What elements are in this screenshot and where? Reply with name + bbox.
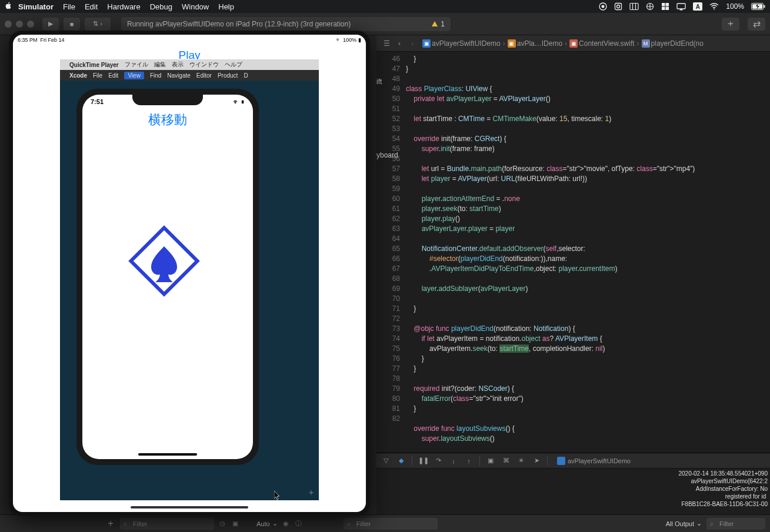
view-debug-icon[interactable]: ▣ bbox=[486, 457, 495, 464]
menubar-debug[interactable]: Debug bbox=[150, 2, 172, 11]
menubar-app-name[interactable]: Simulator bbox=[18, 2, 54, 11]
svg-point-13 bbox=[714, 9, 715, 10]
navigator-peek-1: ift bbox=[376, 78, 382, 86]
all-output-dropdown[interactable]: All Output ⌄ bbox=[666, 520, 702, 527]
activity-status: Running avPlayerSwiftUIDemo on iPad Pro … bbox=[121, 17, 451, 31]
scheme-selector[interactable]: ⇅ › bbox=[85, 18, 111, 31]
menubar-hardware[interactable]: Hardware bbox=[107, 2, 140, 11]
ipad-screen[interactable]: 6:35 PM Fri Feb 14 ᯤ 100% ▮ Play QuickTi… bbox=[13, 35, 366, 512]
iphone-notch bbox=[132, 95, 203, 105]
svg-rect-8 bbox=[662, 3, 665, 6]
navigator-peek-2: yboard bbox=[376, 151, 398, 159]
ipad-home-indicator bbox=[131, 506, 248, 508]
nav-forward-icon[interactable]: › bbox=[407, 39, 418, 48]
target-app-icon bbox=[557, 457, 565, 465]
menubar-edit[interactable]: Edit bbox=[85, 2, 98, 11]
battery-percent: 100% bbox=[726, 2, 744, 11]
quicktime-menubar: QuickTime Player ファイル 編集 表示 ウインドウ ヘルプ bbox=[60, 59, 319, 70]
step-out-icon[interactable]: ↑ bbox=[464, 457, 474, 464]
env-overrides-icon[interactable]: ☀ bbox=[516, 457, 526, 464]
svg-rect-12 bbox=[677, 4, 685, 9]
inner-plus-icon: ＋ bbox=[307, 487, 315, 498]
hide-debug-icon[interactable]: ▽ bbox=[381, 457, 391, 464]
related-items-icon[interactable]: ☰ bbox=[381, 39, 392, 48]
pause-icon[interactable]: ❚❚ bbox=[418, 457, 428, 464]
scm-filter-icon[interactable]: ▣ bbox=[231, 520, 240, 527]
bottom-filter-bar: ＋ ⌕ Filter ◷ ▣ Auto ⌄ ◉ ⓘ ⌕ Filter All O… bbox=[0, 514, 770, 532]
wifi-icon[interactable] bbox=[709, 3, 719, 10]
code-content[interactable]: }} class PlayerClass: UIView { private l… bbox=[406, 52, 770, 453]
svg-rect-9 bbox=[666, 3, 669, 6]
debug-target[interactable]: avPlayerSwiftUIDemo bbox=[557, 457, 631, 465]
svg-rect-4 bbox=[630, 4, 638, 10]
nav-back-icon[interactable]: ‹ bbox=[394, 39, 405, 48]
status-icon-2[interactable] bbox=[629, 2, 639, 11]
filter-search-icon: ⌕ bbox=[347, 520, 351, 527]
swift-file-icon: ▣ bbox=[569, 39, 578, 48]
menubar-help[interactable]: Help bbox=[218, 2, 234, 11]
simulator-window[interactable]: 6:35 PM Fri Feb 14 ᯤ 100% ▮ Play QuickTi… bbox=[9, 31, 370, 516]
editor-nav: ☰ ‹ › bbox=[381, 39, 418, 48]
filter-search-icon: ⌕ bbox=[124, 520, 127, 527]
menubar-file[interactable]: File bbox=[63, 2, 75, 11]
code-review-button[interactable]: ⇄ bbox=[748, 18, 765, 31]
spade-diamond-graphic bbox=[123, 220, 205, 305]
eye-icon[interactable]: ◉ bbox=[281, 520, 291, 527]
activity-text: Running avPlayerSwiftUIDemo on iPad Pro … bbox=[127, 20, 351, 28]
wifi-icon: ᯤ bbox=[336, 37, 341, 43]
screenrecord-icon[interactable] bbox=[599, 2, 607, 11]
ipad-status-bar: 6:35 PM Fri Feb 14 ᯤ 100% ▮ bbox=[13, 35, 366, 45]
folder-icon: ▣ bbox=[508, 39, 516, 48]
breakpoints-icon[interactable]: ◆ bbox=[396, 457, 406, 464]
memory-graph-icon[interactable]: ⌘ bbox=[501, 457, 511, 464]
apple-menu-icon[interactable] bbox=[5, 2, 12, 11]
filter-search-icon: ⌕ bbox=[710, 520, 714, 527]
svg-rect-2 bbox=[615, 4, 622, 10]
editor-tab-bar: ☰ ‹ › ▣ avPlayerSwiftUIDemo › ▣ avPla…ID… bbox=[376, 35, 770, 52]
info-icon[interactable]: ⓘ bbox=[294, 519, 304, 528]
status-icon-3[interactable] bbox=[646, 2, 654, 11]
svg-point-3 bbox=[617, 5, 620, 8]
status-icon-1[interactable] bbox=[614, 2, 622, 11]
console-filter-input[interactable]: ⌕ Filter bbox=[706, 518, 765, 530]
battery-icon[interactable] bbox=[751, 3, 765, 10]
airplay-icon[interactable] bbox=[676, 3, 686, 11]
window-traffic-lights[interactable] bbox=[5, 21, 34, 28]
line-gutter: 4647484950515253545556575859606162636465… bbox=[376, 52, 406, 453]
svg-point-1 bbox=[602, 5, 605, 8]
library-button[interactable]: ＋ bbox=[722, 18, 739, 31]
status-icon-4[interactable] bbox=[661, 2, 669, 11]
add-filter-button[interactable]: ＋ bbox=[105, 517, 116, 530]
navigator-filter-input[interactable]: ⌕ Filter bbox=[120, 518, 214, 530]
svg-rect-15 bbox=[764, 5, 765, 8]
variables-filter-input[interactable]: ⌕ Filter bbox=[344, 518, 438, 530]
code-editor[interactable]: 4647484950515253545556575859606162636465… bbox=[376, 52, 770, 453]
recent-filter-icon[interactable]: ◷ bbox=[218, 520, 227, 527]
location-icon[interactable]: ➤ bbox=[532, 457, 541, 464]
menubar-right-icons: A 100% bbox=[599, 2, 765, 11]
step-over-icon[interactable]: ↷ bbox=[434, 457, 443, 464]
iphone-home-indicator bbox=[138, 453, 197, 456]
inner-xcode-menubar: Xcode File Edit View Find Navigate Edito… bbox=[60, 70, 319, 81]
menubar-window[interactable]: Window bbox=[182, 2, 209, 11]
step-into-icon[interactable]: ↓ bbox=[449, 457, 458, 464]
video-player-view[interactable]: QuickTime Player ファイル 編集 表示 ウインドウ ヘルプ Xc… bbox=[60, 59, 319, 500]
project-icon: ▣ bbox=[422, 39, 431, 48]
svg-rect-11 bbox=[666, 7, 669, 11]
inner-app-title: 横移動 bbox=[82, 111, 253, 129]
auto-dropdown[interactable]: Auto ⌄ bbox=[256, 520, 278, 527]
svg-rect-10 bbox=[662, 7, 665, 11]
warnings-indicator[interactable]: 1 bbox=[431, 20, 445, 28]
run-button[interactable]: ▶ bbox=[42, 18, 59, 31]
debug-toolbar: ▽ ◆ ❚❚ ↷ ↓ ↑ ▣ ⌘ ☀ ➤ avPlayerSwiftUIDemo bbox=[376, 453, 770, 469]
mouse-cursor bbox=[274, 491, 281, 500]
method-icon: M bbox=[642, 39, 650, 48]
battery-icon: ▮ bbox=[358, 37, 361, 43]
breadcrumb[interactable]: ▣ avPlayerSwiftUIDemo › ▣ avPla…IDemo › … bbox=[422, 39, 704, 48]
stop-button[interactable]: ■ bbox=[64, 18, 80, 31]
macos-menubar: Simulator File Edit Hardware Debug Windo… bbox=[0, 0, 770, 13]
inner-iphone-frame: 7:51 ᯤ ▮ 横移動 bbox=[76, 89, 259, 465]
input-source-icon[interactable]: A bbox=[693, 2, 702, 11]
